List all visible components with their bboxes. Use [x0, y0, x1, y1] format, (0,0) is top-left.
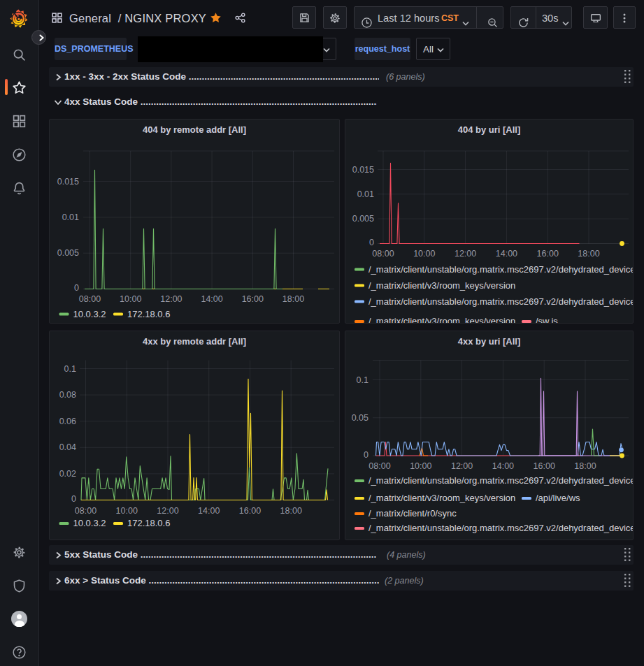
svg-text:0.06: 0.06: [59, 417, 76, 426]
svg-text:0.01: 0.01: [62, 212, 79, 222]
svg-text:0.005: 0.005: [57, 248, 79, 258]
svg-text:16:00: 16:00: [534, 461, 555, 471]
svg-text:10.0.3.2: 10.0.3.2: [73, 518, 106, 528]
svg-text:0.015: 0.015: [57, 177, 79, 187]
svg-text:12:00: 12:00: [451, 461, 473, 471]
svg-text:172.18.0.6: 172.18.0.6: [127, 518, 170, 528]
svg-text:10:00: 10:00: [413, 249, 435, 259]
svg-text:172.18.0.6: 172.18.0.6: [127, 309, 170, 319]
svg-text:/_matrix/client/r0/sync: /_matrix/client/r0/sync: [368, 508, 457, 519]
svg-text:10.0.3.2: 10.0.3.2: [73, 309, 106, 319]
svg-text:/api/live/ws: /api/live/ws: [536, 493, 580, 503]
svg-text:0: 0: [74, 283, 79, 293]
svg-text:14:00: 14:00: [492, 461, 514, 471]
svg-text:08:00: 08:00: [372, 249, 394, 259]
svg-text:10:00: 10:00: [120, 294, 141, 304]
svg-text:14:00: 14:00: [201, 294, 222, 304]
svg-text:0.1: 0.1: [357, 375, 368, 385]
svg-text:18:00: 18:00: [578, 249, 599, 259]
svg-text:18:00: 18:00: [574, 461, 596, 471]
svg-text:14:00: 14:00: [198, 506, 220, 516]
svg-text:0.04: 0.04: [59, 442, 76, 452]
svg-text:0.02: 0.02: [59, 469, 76, 479]
svg-text:/sw.is: /sw.is: [536, 316, 558, 324]
svg-text:08:00: 08:00: [75, 506, 96, 516]
svg-text:0.05: 0.05: [352, 413, 368, 423]
svg-text:18:00: 18:00: [280, 506, 302, 516]
svg-text:12:00: 12:00: [157, 506, 178, 516]
svg-text:/_matrix/client/v3/room_keys/v: /_matrix/client/v3/room_keys/version: [368, 316, 515, 324]
svg-text:16:00: 16:00: [537, 249, 559, 259]
svg-text:0.01: 0.01: [357, 189, 374, 199]
svg-text:16:00: 16:00: [242, 294, 264, 304]
svg-text:18:00: 18:00: [282, 294, 304, 304]
svg-text:14:00: 14:00: [496, 249, 517, 259]
svg-text:0: 0: [369, 238, 374, 247]
svg-text:0.08: 0.08: [59, 390, 76, 400]
svg-text:0: 0: [71, 494, 76, 504]
svg-text:/_matrix/client/unstable/org.m: /_matrix/client/unstable/org.matrix.msc2…: [368, 296, 634, 307]
svg-text:0.1: 0.1: [64, 364, 76, 374]
svg-text:0: 0: [364, 450, 368, 460]
svg-text:/_matrix/client/unstable/org.m: /_matrix/client/unstable/org.matrix.msc2…: [368, 475, 634, 486]
svg-text:12:00: 12:00: [455, 249, 476, 259]
svg-text:16:00: 16:00: [239, 506, 261, 516]
svg-text:10:00: 10:00: [116, 506, 138, 516]
svg-text:08:00: 08:00: [368, 461, 390, 471]
svg-text:0.015: 0.015: [352, 165, 374, 175]
svg-text:/_matrix/client/v3/room_keys/v: /_matrix/client/v3/room_keys/version: [368, 280, 515, 291]
svg-text:/_matrix/client/unstable/org.m: /_matrix/client/unstable/org.matrix.msc2…: [368, 523, 634, 533]
svg-text:/_matrix/client/unstable/org.m: /_matrix/client/unstable/org.matrix.msc2…: [368, 264, 634, 275]
svg-text:/_matrix/client/v3/room_keys/v: /_matrix/client/v3/room_keys/version: [368, 493, 515, 503]
svg-text:10:00: 10:00: [410, 461, 431, 471]
svg-text:12:00: 12:00: [160, 294, 182, 304]
svg-text:0.005: 0.005: [352, 214, 374, 224]
svg-text:08:00: 08:00: [79, 294, 101, 304]
